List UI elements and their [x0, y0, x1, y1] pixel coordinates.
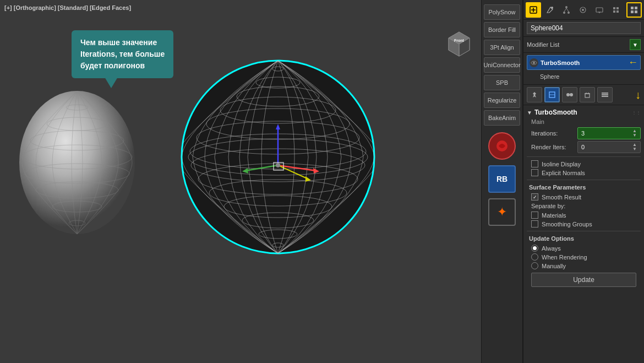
render-iters-down[interactable]: ▼	[632, 147, 637, 151]
tool-regularize[interactable]: Regularize	[484, 93, 520, 108]
modifier-list-label: Modifier List	[527, 41, 627, 48]
tool-spb[interactable]: SPB	[484, 75, 520, 90]
modifier-eye-turbosmooth[interactable]	[530, 58, 538, 67]
svg-rect-61	[631, 7, 634, 9]
smooth-result-label: Smooth Result	[542, 194, 581, 201]
svg-point-69	[566, 93, 570, 96]
object-name-input[interactable]	[527, 22, 641, 34]
tool-icon-rb[interactable]: RB	[488, 165, 516, 193]
object-name-row	[523, 20, 644, 37]
tool-3pt-align[interactable]: 3Pt Align	[484, 40, 520, 55]
svg-rect-77	[602, 96, 608, 97]
svg-line-51	[566, 8, 569, 12]
tool-bakeanim[interactable]: BakeAnim	[484, 110, 520, 126]
turbosmooth-arrow: ←	[628, 57, 638, 68]
svg-rect-60	[616, 10, 619, 13]
tooltip-bubble: Чем выше значение Iterations, тем больше…	[72, 30, 173, 78]
smoothing-groups-row: Smoothing Groups	[527, 220, 641, 227]
toolbar-motion-icon[interactable]	[575, 2, 591, 18]
surface-params-label: Surface Parameters	[529, 184, 586, 191]
svg-rect-63	[631, 10, 634, 13]
section-collapse-arrow[interactable]: ▼	[527, 110, 532, 116]
update-when-rendering-radio[interactable]	[531, 253, 538, 261]
iterations-value: 3	[581, 130, 585, 137]
tool-border-fill[interactable]: Border Fill	[484, 22, 520, 37]
viewport-label: [+] [Orthographic] [Standard] [Edged Fac…	[4, 4, 131, 11]
nav-cube[interactable]: Front	[443, 28, 476, 61]
toolbar-create-icon[interactable]	[526, 2, 541, 18]
tool-icon-star[interactable]: ✦	[488, 198, 516, 226]
svg-point-46	[551, 7, 553, 9]
svg-point-49	[567, 12, 570, 14]
tool-polysnow[interactable]: PolySnow	[484, 4, 520, 20]
render-iters-label: Render Iters:	[531, 144, 575, 150]
svg-rect-58	[616, 7, 619, 9]
smooth-result-checkbox[interactable]: ✓	[531, 193, 538, 201]
svg-point-1	[19, 91, 135, 234]
mod-settings-btn[interactable]	[597, 87, 613, 102]
sphere-name: Sphere	[529, 72, 561, 81]
iterations-arrows[interactable]: ▲ ▼	[632, 129, 637, 138]
smoothing-groups-checkbox[interactable]	[531, 220, 538, 227]
modifier-actions: ↓	[523, 85, 644, 105]
svg-point-47	[565, 6, 567, 8]
render-iters-arrows[interactable]: ▲ ▼	[632, 143, 637, 151]
svg-line-50	[564, 8, 566, 12]
section-dots: ⋮⋮	[632, 110, 641, 115]
isoline-display-label: Isoline Display	[542, 161, 581, 167]
update-manually-radio[interactable]	[531, 262, 538, 269]
toolbar-utilities-icon[interactable]	[608, 2, 624, 18]
sphere-right	[176, 55, 380, 259]
toolbar-hierarchy-icon[interactable]	[559, 2, 574, 18]
iterations-input[interactable]: 3 ▲ ▼	[577, 127, 641, 139]
viewport[interactable]: [+] [Orthographic] [Standard] [Edged Fac…	[0, 0, 482, 363]
modifier-list-dropdown[interactable]: ▼	[630, 39, 641, 50]
svg-rect-54	[596, 8, 603, 12]
modifier-turbosmooth[interactable]: TurboSmooth ←	[527, 55, 641, 70]
isoline-display-row: Isoline Display	[527, 160, 641, 167]
render-iters-input[interactable]: 0 ▲ ▼	[577, 141, 641, 153]
explicit-normals-row: Explicit Normals	[527, 169, 641, 176]
render-iters-row: Render Iters: 0 ▲ ▼	[527, 141, 641, 153]
iterations-label: Iterations:	[531, 130, 575, 137]
sphere-left	[17, 88, 138, 237]
update-always-label: Always	[542, 245, 561, 252]
iterations-row: Iterations: 3 ▲ ▼	[527, 127, 641, 139]
materials-checkbox[interactable]	[531, 212, 538, 219]
tool-icon-red[interactable]	[488, 132, 516, 160]
update-when-rendering-row: When Rendering	[527, 253, 641, 261]
separator2	[527, 180, 641, 180]
mod-edit-btn[interactable]	[544, 87, 560, 102]
svg-rect-76	[602, 94, 608, 95]
mod-delete-btn[interactable]	[580, 87, 595, 102]
top-toolbar	[523, 0, 644, 20]
update-when-rendering-label: When Rendering	[542, 254, 587, 261]
yellow-arrow-indicator: ↓	[635, 89, 641, 101]
update-button[interactable]: Update	[531, 273, 636, 287]
materials-label: Materials	[542, 212, 566, 219]
explicit-normals-checkbox[interactable]	[531, 169, 538, 176]
mod-copy-btn[interactable]	[562, 87, 577, 102]
svg-point-36	[276, 163, 280, 167]
toolbar-extra-icon[interactable]	[626, 2, 642, 18]
modifier-sphere[interactable]: Sphere	[527, 71, 641, 82]
svg-point-66	[533, 62, 535, 64]
toolbar-display-icon[interactable]	[592, 2, 607, 18]
iterations-down[interactable]: ▼	[632, 133, 637, 138]
properties-area: ▼ TurboSmooth ⋮⋮ Main Iterations: 3 ▲ ▼ …	[523, 105, 644, 363]
mod-pin-btn[interactable]	[527, 87, 542, 102]
isoline-display-checkbox[interactable]	[531, 160, 538, 167]
separator3	[527, 231, 641, 231]
toolbar-modify-icon[interactable]	[542, 2, 558, 18]
turbosmooth-section-header[interactable]: ▼ TurboSmooth ⋮⋮	[527, 109, 641, 116]
tool-uniconnector[interactable]: UniConnector	[484, 57, 520, 73]
materials-row: Materials	[527, 212, 641, 219]
update-always-row: Always	[527, 245, 641, 252]
turbosmooth-title: TurboSmooth	[534, 109, 577, 116]
svg-point-70	[570, 93, 573, 96]
svg-rect-62	[635, 7, 637, 9]
svg-text:Front: Front	[454, 39, 465, 42]
svg-rect-57	[613, 7, 615, 9]
update-always-radio[interactable]	[531, 245, 538, 252]
modifier-stack: TurboSmooth ← Sphere	[523, 53, 644, 85]
